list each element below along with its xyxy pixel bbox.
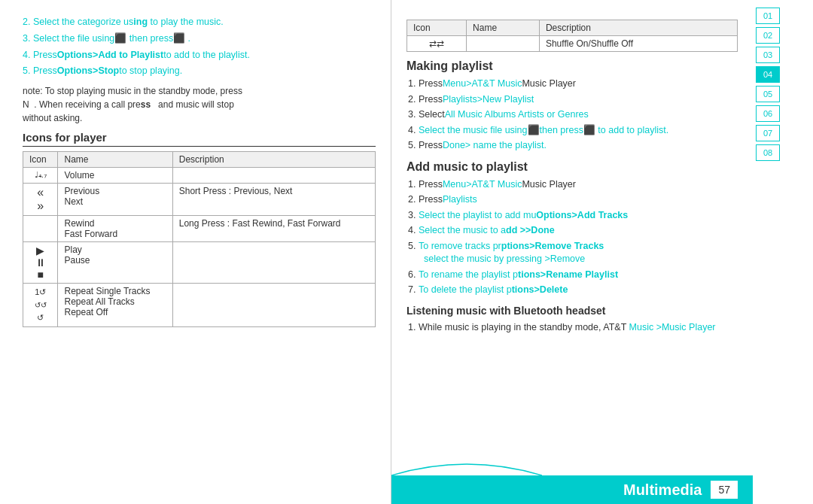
making-playlist-section: Making playlist PressMenu>AT&T MusicMusi… [406, 59, 768, 153]
left-column: 2. Select the categorize using to play t… [0, 0, 391, 504]
nav-item-08[interactable]: 08 [756, 144, 780, 161]
icons-heading: Icons for player [23, 131, 376, 147]
icon-play-pause: ▶⏸■ [23, 242, 58, 284]
name-play-pause: PlayPause [58, 242, 172, 284]
nav-item-06[interactable]: 06 [756, 105, 780, 122]
icon-prev-next: «» [23, 184, 58, 216]
shuffle-col-desc: Description [539, 20, 737, 36]
intro-2-text: 2. Select the categorize using to play t… [23, 17, 224, 27]
step-text: Playlists>New Playlist [443, 94, 534, 105]
nav-item-02[interactable]: 02 [756, 27, 780, 44]
icons-table: Icon Name Description ♩₄.₇ Volume «» Pre… [23, 151, 376, 327]
desc-prev-next: Short Press : Previous, Next [172, 184, 375, 216]
list-item: PressPlaylists [419, 193, 768, 207]
decorative-arc [391, 453, 542, 475]
table-row: ♩₄.₇ Volume [23, 168, 376, 184]
name-repeat: Repeat Single TracksRepeat All TracksRep… [58, 284, 172, 327]
shuffle-desc: Shuffle On/Shuffle Off [539, 36, 737, 52]
table-row: 1↺ ↺↺ ↺ Repeat Single TracksRepeat All T… [23, 284, 376, 327]
list-item: To delete the playlist ptions>Delete [419, 284, 768, 297]
step-text: Select the music file using⬛then press⬛ … [419, 125, 668, 135]
category-label: Multimedia [623, 481, 702, 499]
list-item: SelectAll Music Albums Artists or Genres [419, 108, 768, 122]
list-item: PressDone> name the playlist. [419, 139, 768, 153]
nav-item-01[interactable]: 01 [756, 8, 780, 24]
table-row: ⇄⇄ Shuffle On/Shuffle Off [407, 36, 738, 52]
list-item: To rename the playlist ptions>Rename Pla… [419, 269, 768, 282]
nav-item-04[interactable]: 04 [756, 66, 780, 83]
table-row: RewindFast Forward Long Press : Fast Rew… [23, 216, 376, 242]
add-music-list: PressMenu>AT&T MusicMusic Player PressPl… [406, 178, 768, 297]
step-text: Menu>AT&T Music [443, 179, 522, 190]
list-item: While music is playing in the standby mo… [419, 321, 768, 335]
intro-3-text: 3. Select the file using⬛ then press⬛ . [23, 33, 190, 44]
shuffle-table: Icon Name Description ⇄⇄ Shuffle On/Shuf… [406, 20, 738, 52]
col-header-description: Description [172, 152, 375, 168]
nav-item-03[interactable]: 03 [756, 47, 780, 63]
making-playlist-heading: Making playlist [406, 59, 768, 73]
shuffle-col-name: Name [467, 20, 540, 36]
step-text: Music >Music Player [629, 322, 716, 332]
desc-repeat [172, 284, 375, 327]
col-header-name: Name [58, 152, 172, 168]
desc-rw-ff: Long Press : Fast Rewind, Fast Forward [172, 216, 375, 242]
bluetooth-section: Listening music with Bluetooth headset W… [406, 305, 768, 335]
intro-list: 2. Select the categorize using to play t… [23, 15, 376, 78]
nav-item-07[interactable]: 07 [756, 125, 780, 141]
intro-item-2: 2. Select the categorize using to play t… [23, 15, 376, 29]
intro-item-5: 5. PressOptions>Stopto stop playing. [23, 64, 376, 78]
icons-section: Icons for player Icon Name Description ♩… [23, 131, 376, 327]
icon-rw-ff [23, 216, 58, 242]
bluetooth-heading: Listening music with Bluetooth headset [406, 305, 768, 317]
name-volume: Volume [58, 168, 172, 184]
list-item: PressPlaylists>New Playlist [419, 93, 768, 107]
step-text: All Music Albums Artists or Genres [445, 109, 589, 120]
desc-play-pause [172, 242, 375, 284]
add-music-heading: Add music to playlist [406, 160, 768, 174]
step-text: Menu>AT&T Music [443, 78, 522, 89]
icon-volume: ♩₄.₇ [23, 168, 58, 184]
list-item: PressMenu>AT&T MusicMusic Player [419, 178, 768, 192]
list-item: PressMenu>AT&T MusicMusic Player [419, 77, 768, 91]
add-music-section: Add music to playlist PressMenu>AT&T Mus… [406, 160, 768, 297]
icon-repeat: 1↺ ↺↺ ↺ [23, 284, 58, 327]
nav-item-05[interactable]: 05 [756, 86, 780, 102]
bluetooth-list: While music is playing in the standby mo… [406, 321, 768, 335]
shuffle-name [467, 36, 540, 52]
name-rw-ff: RewindFast Forward [58, 216, 172, 242]
table-row: «» PreviousNext Short Press : Previous, … [23, 184, 376, 216]
list-item: To remove tracks prptions>Remove Tracks … [419, 240, 768, 266]
note-text: note: To stop playing music in the stand… [23, 84, 376, 125]
step-text: Playlists [443, 194, 477, 205]
intro-4-text: 4. PressOptions>Add to Playlistto add to… [23, 50, 250, 60]
name-prev-next: PreviousNext [58, 184, 172, 216]
list-item: Select the music file using⬛then press⬛ … [419, 124, 768, 138]
step-text: Done> name the playlist. [443, 140, 547, 150]
shuffle-icon: ⇄⇄ [407, 36, 467, 52]
page-container: 2. Select the categorize using to play t… [0, 0, 813, 504]
shuffle-col-icon: Icon [407, 20, 467, 36]
intro-item-4: 4. PressOptions>Add to Playlistto add to… [23, 48, 376, 62]
table-row: ▶⏸■ PlayPause [23, 242, 376, 284]
making-playlist-list: PressMenu>AT&T MusicMusic Player PressPl… [406, 77, 768, 153]
right-column: Icon Name Description ⇄⇄ Shuffle On/Shuf… [391, 0, 783, 504]
intro-item-3: 3. Select the file using⬛ then press⬛ . [23, 32, 376, 46]
intro-5-text: 5. PressOptions>Stopto stop playing. [23, 65, 182, 76]
side-navigation[interactable]: 01 02 03 04 05 06 07 08 [753, 0, 783, 504]
list-item: Select the music to add >>Done [419, 224, 768, 238]
page-number: 57 [711, 481, 738, 499]
desc-volume [172, 168, 375, 184]
bottom-bar: Multimedia 57 [391, 475, 753, 504]
col-header-icon: Icon [23, 152, 58, 168]
list-item: Select the playlist to add muOptions>Add… [419, 209, 768, 223]
